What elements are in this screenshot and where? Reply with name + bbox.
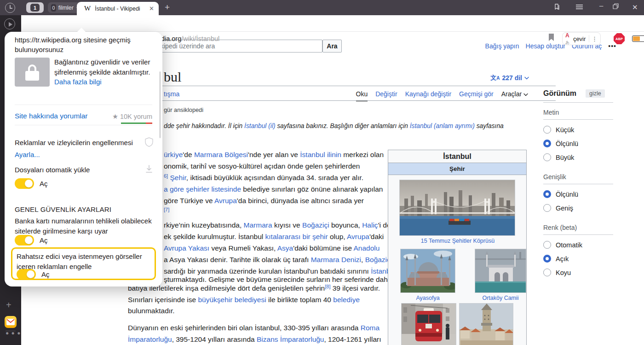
appearance-option[interactable]: Büyük [543, 153, 613, 161]
wiki-link[interactable]: tışma [164, 90, 179, 98]
infobox-subtitle: Şehir [388, 163, 526, 175]
bookmark-icon[interactable] [548, 34, 554, 43]
wiki-link[interactable]: Roma [361, 324, 380, 332]
popup-divider [15, 105, 152, 105]
wiki-link[interactable]: Anadolu [354, 244, 380, 252]
infobox-caption-ortakoy[interactable]: Ortaköy Camii [475, 295, 526, 301]
sidebar-add-icon[interactable]: + [6, 300, 12, 310]
restore-button[interactable] [613, 3, 619, 11]
wiki-link[interactable]: Avrupa Yakası [164, 244, 209, 252]
infobox-caption-bridge[interactable]: 15 Temmuz Şehitler Köprüsü [388, 238, 527, 244]
wiki-link[interactable]: Marmara [244, 221, 272, 229]
tab-tools[interactable]: Araçlar [501, 90, 528, 100]
sidebar-more-icon[interactable]: ● ● ● [6, 330, 21, 336]
wiki-link[interactable]: Marmara Denizi [311, 256, 361, 263]
wiki-link[interactable]: büyükşehir belediyesi [198, 296, 266, 304]
radio-icon[interactable] [543, 269, 551, 276]
infobox-image-ayasofya[interactable] [400, 249, 455, 293]
infobox-image-ortakoy[interactable] [475, 249, 526, 293]
site-reviews-link[interactable]: Site hakkında yorumlar [15, 112, 88, 120]
appearance-option[interactable]: Geniş [543, 204, 613, 212]
appearance-option[interactable]: Ölçünlü [543, 140, 613, 147]
wiki-link[interactable]: Avrupa [214, 197, 237, 205]
wiki-link[interactable]: Boğaziçi [302, 221, 329, 229]
wiki-link[interactable]: İmparatorluğu [128, 335, 172, 343]
text-segment: gür ansiklopedi [164, 106, 203, 113]
wikipedia-favicon: W [84, 5, 91, 12]
appearance-section-label: Metin [543, 103, 613, 120]
annoying-ads-toggle[interactable] [17, 269, 36, 280]
radio-icon[interactable] [543, 153, 551, 161]
donate-link[interactable]: Bağış yapın [485, 42, 519, 50]
radio-icon[interactable] [543, 126, 551, 134]
appearance-hide-button[interactable]: gizle [586, 89, 605, 98]
wiki-link[interactable]: kıtalararası bir şehir [265, 233, 328, 240]
text-segment: 'de [183, 151, 194, 158]
wiki-link[interactable]: belediye [333, 296, 360, 304]
wiki-link[interactable]: İstanbul (il) [244, 123, 275, 129]
radio-icon[interactable] [543, 241, 551, 249]
wiki-link[interactable]: Şehir [170, 174, 186, 181]
tab-history[interactable]: Geçmişi gör [459, 90, 494, 100]
wiki-link[interactable]: a göre şehirler listesinde [164, 185, 241, 193]
infobox-image-bridge[interactable] [399, 180, 515, 236]
wiki-link[interactable]: Asya [277, 244, 293, 252]
history-clock-icon[interactable] [5, 3, 15, 13]
minimize-button[interactable]: – [599, 1, 603, 9]
sidebar-play-icon[interactable] [4, 18, 15, 29]
wiki-link[interactable]: İstanbul ilinin [300, 151, 341, 158]
wiki-link[interactable]: Bizans İmparatorluğu [257, 335, 324, 343]
appearance-panel: Görünüm gizle MetinKüçükÖlçünlüBüyükGeni… [543, 89, 613, 282]
popup-scrollbar-thumb[interactable] [159, 71, 161, 138]
browser-menu-icon[interactable] [576, 3, 583, 11]
active-tab[interactable]: W İstanbul - Vikipedi ✕ [77, 2, 159, 15]
side-panels-icon[interactable] [553, 3, 561, 12]
infobox-caption-ayasofya[interactable]: Ayasofya [400, 295, 455, 301]
battery-saver-icon[interactable] [632, 35, 644, 42]
wiki-link[interactable]: 6] [164, 173, 168, 179]
translate-more-icon[interactable]: ⋮ [592, 35, 598, 42]
new-tab-button[interactable]: + [165, 2, 170, 12]
radio-selected-icon[interactable] [543, 190, 551, 198]
tab-read[interactable]: Oku [356, 90, 368, 101]
appearance-sections: MetinKüçükÖlçünlüBüyükGenişlikÖlçünlüGen… [543, 103, 613, 276]
appearance-option[interactable]: Küçük [543, 126, 613, 134]
configure-link[interactable]: Ayarla... [15, 151, 40, 158]
article-line: şturmaktaydı. Gelişme ve büyüme sürecind… [164, 275, 391, 284]
language-selector[interactable]: 文A 227 dil [490, 74, 529, 82]
tab-title: İstanbul - Vikipedi [95, 6, 145, 12]
wiki-link[interactable]: [8] [325, 284, 330, 289]
wiki-link[interactable]: Avrupa [347, 233, 369, 240]
radio-selected-icon[interactable] [543, 255, 551, 263]
translate-chip[interactable]: Aあ çevir ⋮ [562, 32, 601, 45]
wiki-link[interactable]: [7] [164, 207, 169, 212]
wiki-link[interactable]: Marmara Bölgesi [194, 151, 248, 158]
appearance-option[interactable]: Ölçünlü [543, 190, 613, 198]
radio-selected-icon[interactable] [543, 140, 551, 147]
infobox-image-galata[interactable] [459, 303, 513, 345]
create-account-link[interactable]: Hesap oluştur [526, 42, 565, 50]
radio-icon[interactable] [543, 204, 551, 212]
card-warning-toggle[interactable] [15, 235, 34, 246]
yandex-mail-icon[interactable] [5, 316, 17, 328]
infobox-image-tram[interactable] [401, 303, 456, 345]
language-icon: 文A [490, 74, 500, 82]
more-menu-icon[interactable]: ••• [608, 42, 616, 50]
autoload-toggle[interactable] [15, 178, 34, 189]
appearance-option[interactable]: Açık [543, 255, 613, 263]
tab-edit-source[interactable]: Kaynağı değiştir [405, 90, 451, 100]
wiki-link[interactable]: İstanbul (anlam ayrımı) [410, 123, 475, 129]
tab-close-icon[interactable]: ✕ [149, 5, 154, 12]
pinned-tab-group[interactable]: 1 [26, 2, 44, 13]
infobox-istanbul: İstanbul Şehir [388, 150, 527, 345]
appearance-option[interactable]: Otomatik [543, 241, 613, 249]
toggle-label: Aç [41, 270, 50, 278]
close-window-button[interactable]: ✕ [632, 3, 638, 12]
tab-edit[interactable]: Değiştir [375, 90, 397, 100]
wiki-link[interactable]: ürkiye [164, 151, 183, 158]
appearance-option[interactable]: Koyu [543, 269, 613, 276]
title-divider [137, 86, 556, 86]
search-button[interactable]: Ara [322, 40, 342, 53]
more-info-link[interactable]: Daha fazla bilgi [54, 78, 102, 86]
wiki-link[interactable]: Haliç [362, 221, 378, 229]
